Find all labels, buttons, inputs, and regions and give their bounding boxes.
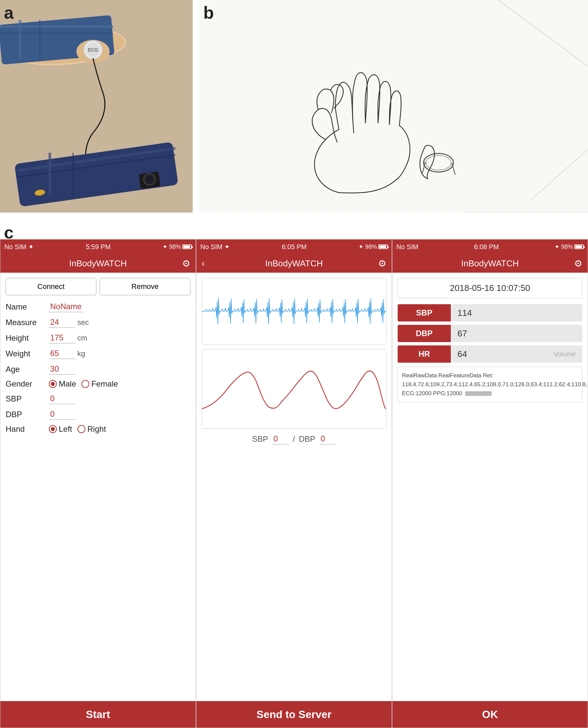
hr-vital-value: 64 Volume bbox=[451, 345, 582, 363]
radio-right-circle[interactable] bbox=[78, 425, 85, 433]
status-left-2: No SIM ✦ bbox=[200, 243, 230, 251]
gender-row: Gender Male Female bbox=[6, 379, 190, 389]
status-bar-1: No SIM ✦ 5:59 PM ✦ 98% bbox=[0, 239, 196, 254]
gender-female[interactable]: Female bbox=[81, 379, 118, 389]
height-label: Height bbox=[6, 334, 49, 343]
sbp-value[interactable]: 0 bbox=[49, 393, 76, 404]
app-header-2: ‹ InBodyWATCH ⚙ bbox=[196, 254, 392, 273]
hand-row: Hand Left Right bbox=[6, 425, 190, 434]
svg-rect-24 bbox=[199, 0, 588, 213]
send-to-server-button[interactable]: Send to Server bbox=[196, 701, 392, 728]
screen1-content: Connect Remove Name NoName Measure 24 se… bbox=[0, 273, 196, 728]
status-right-1: ✦ 98% bbox=[163, 243, 192, 251]
battery-icon-1 bbox=[182, 244, 192, 249]
dbp-row: DBP 0 bbox=[6, 409, 190, 420]
redacted-bar bbox=[465, 391, 492, 396]
sbp-vital-row: SBP 114 bbox=[398, 304, 582, 321]
svg-rect-33 bbox=[202, 349, 386, 428]
phones-container: No SIM ✦ 5:59 PM ✦ 98% InBodyWATCH ⚙ Con… bbox=[0, 239, 588, 728]
status-bar-2: No SIM ✦ 6:05 PM ✦ 98% bbox=[196, 239, 392, 254]
hr-vital-row: HR 64 Volume bbox=[398, 345, 582, 363]
status-bar-3: No SIM 6:08 PM ✦ 98% bbox=[392, 239, 588, 254]
no-sim-3: No SIM bbox=[396, 243, 419, 251]
dbp-value[interactable]: 0 bbox=[49, 409, 76, 420]
gender-male-label: Male bbox=[59, 379, 76, 389]
hand-radio-group: Left Right bbox=[49, 425, 106, 434]
hand-right[interactable]: Right bbox=[78, 425, 106, 434]
battery-pct-3: ✦ 98% bbox=[554, 243, 573, 251]
sbp-vital-label: SBP bbox=[398, 304, 451, 321]
battery-pct-1: ✦ 98% bbox=[163, 243, 181, 251]
sbp-dbp-row: SBP 0 / DBP 0 bbox=[202, 433, 386, 444]
height-row: Height 175 cm bbox=[6, 333, 190, 343]
hand-right-label: Right bbox=[87, 425, 106, 434]
name-row: Name NoName bbox=[6, 301, 190, 312]
name-label: Name bbox=[6, 302, 49, 312]
ok-button[interactable]: OK bbox=[392, 701, 588, 728]
dbp-label-s2: DBP bbox=[299, 434, 315, 444]
dbp-vital-value: 67 bbox=[451, 325, 582, 342]
app-title-3: InBodyWATCH bbox=[461, 258, 519, 269]
screen3-content: 2018-05-16 10:07:50 SBP 114 DBP 67 HR 64… bbox=[392, 273, 588, 728]
weight-label: Weight bbox=[6, 349, 49, 358]
phone-screen-2: No SIM ✦ 6:05 PM ✦ 98% ‹ InBodyWATCH ⚙ bbox=[196, 239, 392, 728]
radio-female-circle[interactable] bbox=[81, 380, 89, 388]
status-time-2: 6:05 PM bbox=[282, 243, 306, 251]
no-sim-1: No SIM ✦ bbox=[4, 243, 34, 251]
app-header-1: InBodyWATCH ⚙ bbox=[0, 254, 196, 273]
dbp-vital-row: DBP 67 bbox=[398, 325, 582, 342]
sbp-label-s2: SBP bbox=[252, 434, 268, 444]
battery-pct-2: ✦ 98% bbox=[358, 243, 377, 251]
ppg-chart bbox=[202, 349, 386, 429]
gender-male[interactable]: Male bbox=[49, 379, 76, 389]
back-btn-2[interactable]: ‹ bbox=[202, 258, 205, 269]
panel-a-photo: ECG bbox=[0, 0, 193, 213]
name-value[interactable]: NoName bbox=[49, 301, 83, 312]
label-a: a bbox=[4, 3, 14, 23]
dbp-label: DBP bbox=[6, 410, 49, 419]
remove-button[interactable]: Remove bbox=[100, 278, 190, 295]
gear-btn-3[interactable]: ⚙ bbox=[574, 258, 582, 269]
measure-value[interactable]: 24 bbox=[49, 317, 76, 328]
separator-s2: / bbox=[293, 434, 295, 444]
volume-icon: Volume bbox=[553, 350, 576, 358]
measure-row: Measure 24 sec bbox=[6, 317, 190, 328]
hand-left-label: Left bbox=[59, 425, 72, 434]
height-unit: cm bbox=[78, 334, 87, 342]
gear-btn-1[interactable]: ⚙ bbox=[182, 258, 190, 269]
measure-unit: sec bbox=[78, 318, 89, 327]
gear-btn-2[interactable]: ⚙ bbox=[378, 258, 386, 269]
label-b: b bbox=[203, 3, 214, 23]
age-value[interactable]: 30 bbox=[49, 364, 76, 374]
radio-left-circle[interactable] bbox=[49, 425, 57, 433]
status-time-3: 6:08 PM bbox=[474, 243, 499, 251]
sbp-vital-value: 114 bbox=[451, 304, 582, 321]
no-sim-2: No SIM ✦ bbox=[200, 243, 230, 251]
dbp-val-s2[interactable]: 0 bbox=[319, 433, 336, 444]
sbp-row: SBP 0 bbox=[6, 393, 190, 404]
status-right-2: ✦ 98% bbox=[358, 243, 388, 251]
connect-button[interactable]: Connect bbox=[6, 278, 96, 295]
date-display: 2018-05-16 10:07:50 bbox=[398, 278, 582, 298]
gender-radio-group: Male Female bbox=[49, 379, 118, 389]
start-button[interactable]: Start bbox=[0, 701, 196, 728]
gender-female-label: Female bbox=[91, 379, 118, 389]
weight-unit: kg bbox=[78, 349, 85, 358]
sbp-val-s2[interactable]: 0 bbox=[272, 433, 289, 444]
screen2-content: SBP 0 / DBP 0 Send to Server bbox=[196, 273, 392, 728]
radio-male-circle[interactable] bbox=[49, 380, 57, 388]
height-value[interactable]: 175 bbox=[49, 333, 76, 343]
app-title-2: InBodyWATCH bbox=[265, 258, 322, 269]
btn-row-1: Connect Remove bbox=[6, 278, 190, 295]
panel-b-drawing bbox=[199, 0, 588, 213]
hr-vital-label: HR bbox=[398, 345, 451, 363]
hand-left[interactable]: Left bbox=[49, 425, 72, 434]
phone-screen-1: No SIM ✦ 5:59 PM ✦ 98% InBodyWATCH ⚙ Con… bbox=[0, 239, 196, 728]
gender-label: Gender bbox=[6, 379, 49, 389]
weight-value[interactable]: 65 bbox=[49, 348, 76, 359]
raw-data-text: RealRawData RealFeatureData Ret: 118.4,7… bbox=[402, 372, 588, 397]
status-time-1: 5:59 PM bbox=[86, 243, 110, 251]
ecg-chart bbox=[202, 278, 386, 344]
hand-label: Hand bbox=[6, 425, 49, 434]
phone-screen-3: No SIM 6:08 PM ✦ 98% InBodyWATCH ⚙ 2018-… bbox=[392, 239, 588, 728]
